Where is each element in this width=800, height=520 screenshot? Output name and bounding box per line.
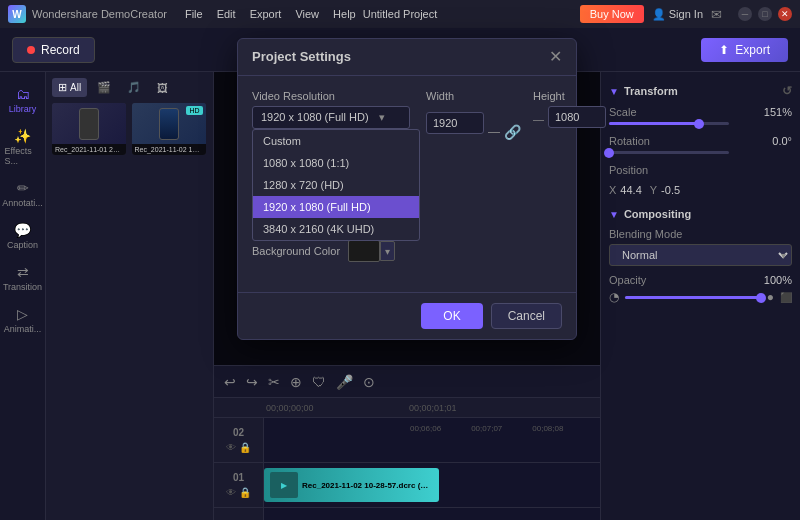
opacity-slider[interactable] [625, 296, 761, 299]
pos-y-label: Y [650, 184, 657, 196]
resolution-option-4k[interactable]: 3840 x 2160 (4K UHD) [253, 218, 419, 240]
undo-button[interactable]: ↩ [224, 374, 236, 390]
shield-button[interactable]: 🛡 [312, 374, 326, 390]
circle-button[interactable]: ⊙ [363, 374, 375, 390]
video-clip-0[interactable]: ▶ Rec_2021-11-02 10-28-57.dcrc (Scre... [264, 468, 439, 502]
resolution-select[interactable]: 1920 x 1080 (Full HD) ▾ [252, 106, 410, 129]
sidebar-item-animate[interactable]: ▷ Animati... [3, 300, 43, 340]
maximize-button[interactable]: □ [758, 7, 772, 21]
compositing-header: ▼ Compositing [609, 208, 792, 220]
blending-select-wrapper: Normal [609, 244, 792, 266]
buy-now-button[interactable]: Buy Now [580, 5, 644, 23]
color-dropdown-icon[interactable]: ▾ [380, 241, 395, 261]
thumb-preview-1: HD [132, 103, 206, 144]
timeline-area: ↩ ↪ ✂ ⊕ 🛡 🎤 ⊙ 00;00;00;00 00;00;01;01 [214, 365, 600, 520]
split-button[interactable]: ✂ [268, 374, 280, 390]
track-01-eye-icon[interactable]: 👁 [226, 487, 236, 498]
rotation-slider[interactable] [609, 151, 729, 154]
link-dimensions-icon[interactable]: 🔗 [504, 124, 521, 140]
mail-icon[interactable]: ✉ [711, 7, 722, 22]
tab-image[interactable]: 🖼 [151, 79, 174, 97]
record-button[interactable]: Record [12, 37, 95, 63]
menu-bar: File Edit Export View Help [185, 8, 356, 20]
mic-button[interactable]: 🎤 [336, 374, 353, 390]
compositing-label: Compositing [624, 208, 691, 220]
opacity-expand-icon[interactable]: ⬛ [780, 292, 792, 303]
opacity-slider-row: ◔ ● ⬛ [609, 290, 792, 304]
resolution-field-group: Video Resolution 1920 x 1080 (Full HD) ▾… [252, 90, 410, 129]
media-badge-1: HD [186, 106, 202, 115]
tab-video[interactable]: 🎬 [91, 78, 117, 97]
scale-slider[interactable] [609, 122, 729, 125]
project-settings-dialog: Project Settings ✕ Video Resolution 1920… [237, 38, 577, 340]
tab-all[interactable]: ⊞ All [52, 78, 87, 97]
resolution-option-1080sq[interactable]: 1080 x 1080 (1:1) [253, 152, 419, 174]
rotation-value: 0.0° [772, 135, 792, 147]
menu-view[interactable]: View [295, 8, 319, 20]
dialog-ok-button[interactable]: OK [421, 303, 482, 329]
resolution-dropdown: Custom 1080 x 1080 (1:1) 1280 x 720 (HD)… [252, 129, 420, 241]
transform-collapse-icon[interactable]: ▼ [609, 86, 619, 97]
track-01-lock-icon[interactable]: 🔒 [239, 487, 251, 498]
resolution-option-custom[interactable]: Custom [253, 130, 419, 152]
rotation-slider-thumb[interactable] [604, 148, 614, 158]
reset-transform-icon[interactable]: ↺ [782, 84, 792, 98]
all-tab-icon: ⊞ [58, 81, 67, 94]
transform-label: Transform [624, 85, 678, 97]
sidebar-item-effects[interactable]: ✨ Effects S... [3, 122, 43, 172]
timeline-tracks: 02 👁 🔒 01 👁 🔒 [214, 418, 600, 520]
close-button[interactable]: ✕ [778, 7, 792, 21]
dialog-cancel-button[interactable]: Cancel [491, 303, 562, 329]
sidebar-item-library[interactable]: 🗂 Library [3, 80, 43, 120]
menu-edit[interactable]: Edit [217, 8, 236, 20]
track-label-01: 01 👁 🔒 [214, 463, 263, 508]
dialog-overlay: Project Settings ✕ Video Resolution 1920… [214, 72, 600, 365]
track-02-eye-icon[interactable]: 👁 [226, 442, 236, 453]
dialog-body: Video Resolution 1920 x 1080 (Full HD) ▾… [238, 76, 576, 292]
opacity-slider-thumb[interactable] [756, 293, 766, 303]
rotation-header: Rotation 0.0° [609, 135, 792, 147]
tab-audio[interactable]: 🎵 [121, 78, 147, 97]
blending-label: Blending Mode [609, 228, 682, 240]
clip-thumbnail: ▶ [270, 472, 298, 498]
project-title: Untitled Project [363, 8, 438, 20]
effects-icon: ✨ [13, 128, 33, 144]
menu-file[interactable]: File [185, 8, 203, 20]
height-input[interactable] [548, 106, 606, 128]
scale-slider-fill [609, 122, 699, 125]
phone-preview-1 [159, 108, 179, 140]
resolution-option-720hd[interactable]: 1280 x 720 (HD) [253, 174, 419, 196]
clip-thumb-icon: ▶ [281, 481, 287, 490]
resolution-option-1080fhd[interactable]: 1920 x 1080 (Full HD) [253, 196, 419, 218]
app-name: Wondershare DemoCreator [32, 8, 167, 20]
track-02-lock-icon[interactable]: 🔒 [239, 442, 251, 453]
sign-in-button[interactable]: 👤 Sign In [652, 8, 703, 21]
pos-x-label: X [609, 184, 616, 196]
compositing-collapse-icon[interactable]: ▼ [609, 209, 619, 220]
redo-button[interactable]: ↪ [246, 374, 258, 390]
sidebar-item-annotate[interactable]: ✏ Annotati... [3, 174, 43, 214]
sidebar-item-caption[interactable]: 💬 Caption [3, 216, 43, 256]
app-logo: W [8, 5, 26, 23]
blending-row: Blending Mode Normal [609, 228, 792, 266]
menu-export[interactable]: Export [250, 8, 282, 20]
dialog-title: Project Settings [252, 49, 351, 64]
xy-row: X 44.4 Y -0.5 [609, 184, 792, 196]
scale-slider-thumb[interactable] [694, 119, 704, 129]
media-item-0[interactable]: Rec_2021-11-01 20-28-16... [52, 103, 126, 155]
export-icon: ⬆ [719, 43, 729, 57]
export-button[interactable]: ⬆ Export [701, 38, 788, 62]
opacity-header: Opacity 100% [609, 274, 792, 286]
sidebar-item-transition[interactable]: ⇄ Transition [3, 258, 43, 298]
zoom-in-button[interactable]: ⊕ [290, 374, 302, 390]
ruler-mark-0: 00;00;00;00 [264, 403, 407, 413]
blending-select[interactable]: Normal [609, 244, 792, 266]
media-item-1[interactable]: HD Rec_2021-11-02 10-28-... [132, 103, 206, 155]
bg-color-swatch[interactable] [348, 240, 380, 262]
width-input[interactable] [426, 112, 484, 134]
dropdown-chevron-icon: ▾ [379, 111, 385, 124]
library-icon: 🗂 [13, 86, 33, 102]
dialog-close-button[interactable]: ✕ [549, 49, 562, 65]
minimize-button[interactable]: ─ [738, 7, 752, 21]
menu-help[interactable]: Help [333, 8, 356, 20]
